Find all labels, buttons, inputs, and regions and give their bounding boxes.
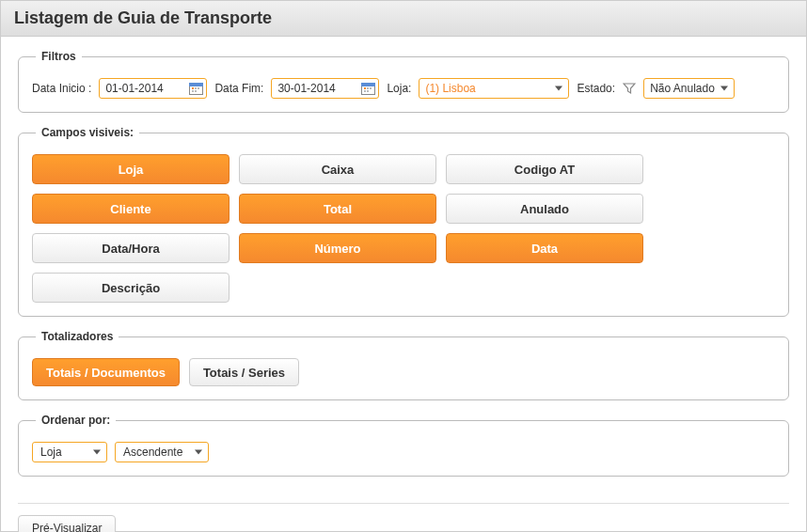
field-toggle-button[interactable]: Caixa <box>239 154 436 184</box>
data-inicio-field[interactable] <box>99 78 207 99</box>
window: Listagem de Guia de Transporte Filtros D… <box>0 0 807 532</box>
loja-select-value: (1) Lisboa <box>425 82 475 95</box>
calendar-icon[interactable] <box>189 82 203 95</box>
totals-row: Totais / DocumentosTotais / Series <box>32 358 775 386</box>
loja-select[interactable]: (1) Lisboa <box>419 78 569 99</box>
svg-rect-2 <box>192 87 194 89</box>
page-title: Listagem de Guia de Transporte <box>14 8 793 28</box>
funnel-icon <box>623 82 636 95</box>
field-toggle-button[interactable]: Codigo AT <box>446 154 643 184</box>
filters-legend: Filtros <box>36 50 82 63</box>
order-fieldset: Ordenar por: Loja Ascendente <box>18 414 789 477</box>
titlebar: Listagem de Guia de Transporte <box>1 1 806 37</box>
svg-rect-3 <box>195 87 197 89</box>
field-toggle-button[interactable]: Data/Hora <box>32 233 229 263</box>
filters-row: Data Inicio : Data Fim: Loja: (1) L <box>32 78 775 99</box>
chevron-down-icon <box>720 86 728 91</box>
chevron-down-icon <box>555 86 562 91</box>
field-toggle-button[interactable]: Número <box>239 233 436 263</box>
svg-rect-11 <box>370 87 372 89</box>
chevron-down-icon <box>93 450 101 455</box>
data-inicio-input[interactable] <box>105 82 176 95</box>
total-toggle-button[interactable]: Totais / Documentos <box>32 358 180 386</box>
field-toggle-button[interactable]: Loja <box>32 154 229 184</box>
calendar-icon[interactable] <box>361 82 375 95</box>
svg-rect-9 <box>364 87 366 89</box>
field-toggle-button[interactable]: Total <box>239 194 436 224</box>
svg-rect-4 <box>198 87 199 89</box>
preview-button[interactable]: Pré-Visualizar <box>18 515 116 532</box>
order-field-select[interactable]: Loja <box>32 442 107 462</box>
data-fim-field[interactable] <box>271 78 379 99</box>
loja-label: Loja: <box>387 82 411 95</box>
order-field-value: Loja <box>40 446 62 459</box>
data-fim-label: Data Fim: <box>214 82 263 95</box>
estado-select[interactable]: Não Anulado <box>643 78 735 99</box>
svg-rect-1 <box>190 84 203 86</box>
estado-label: Estado: <box>577 82 615 95</box>
svg-rect-6 <box>195 90 197 92</box>
field-toggle-button[interactable]: Anulado <box>446 194 643 224</box>
footer: Pré-Visualizar <box>1 503 806 532</box>
totals-legend: Totalizadores <box>36 330 119 343</box>
footer-divider <box>18 503 789 504</box>
chevron-down-icon <box>195 450 202 455</box>
fields-fieldset: Campos visiveis: LojaCaixaCodigo ATClien… <box>18 126 789 317</box>
order-direction-select[interactable]: Ascendente <box>115 442 209 462</box>
field-toggle-button[interactable]: Data <box>446 233 643 263</box>
estado-select-value: Não Anulado <box>650 82 715 95</box>
svg-rect-13 <box>367 90 369 92</box>
order-direction-value: Ascendente <box>123 446 182 459</box>
fields-legend: Campos visiveis: <box>36 126 139 139</box>
filters-fieldset: Filtros Data Inicio : Data Fim: Loja: <box>18 50 789 113</box>
order-legend: Ordenar por: <box>36 414 116 427</box>
data-inicio-label: Data Inicio : <box>32 82 91 95</box>
data-fim-input[interactable] <box>277 82 348 95</box>
svg-rect-5 <box>192 90 194 92</box>
fields-grid: LojaCaixaCodigo ATClienteTotalAnuladoDat… <box>32 154 775 303</box>
order-row: Loja Ascendente <box>32 442 775 462</box>
total-toggle-button[interactable]: Totais / Series <box>189 358 299 386</box>
svg-rect-10 <box>367 87 369 89</box>
content: Filtros Data Inicio : Data Fim: Loja: <box>1 37 806 503</box>
field-toggle-button[interactable]: Descrição <box>32 273 229 303</box>
svg-rect-8 <box>362 84 375 86</box>
svg-rect-12 <box>364 90 366 92</box>
field-toggle-button[interactable]: Cliente <box>32 194 229 224</box>
totals-fieldset: Totalizadores Totais / DocumentosTotais … <box>18 330 789 400</box>
